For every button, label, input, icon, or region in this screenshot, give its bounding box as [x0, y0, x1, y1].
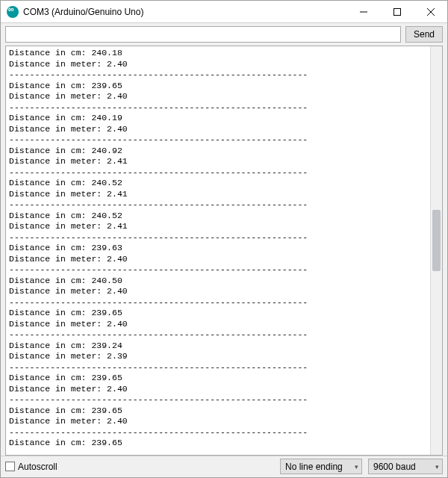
maximize-button[interactable]	[380, 1, 414, 22]
close-button[interactable]	[414, 1, 447, 22]
baud-rate-value: 9600 baud	[373, 462, 416, 472]
console-area: Distance in cm: 240.18 Distance in meter…	[5, 46, 443, 456]
minimize-button[interactable]	[346, 1, 380, 22]
autoscroll-checkbox[interactable]	[5, 462, 15, 471]
maximize-icon	[393, 8, 401, 16]
baud-rate-select[interactable]: 9600 baud ▾	[368, 459, 443, 474]
line-ending-value: No line ending	[285, 462, 343, 472]
autoscroll-label: Autoscroll	[18, 462, 57, 472]
autoscroll-control[interactable]: Autoscroll	[5, 462, 274, 472]
titlebar[interactable]: COM3 (Arduino/Genuino Uno)	[1, 1, 447, 23]
window-controls	[346, 1, 447, 22]
console-output[interactable]: Distance in cm: 240.18 Distance in meter…	[6, 46, 430, 455]
send-row: Send	[1, 23, 447, 46]
chevron-down-icon: ▾	[355, 463, 358, 471]
window-title: COM3 (Arduino/Genuino Uno)	[23, 7, 346, 17]
vertical-scrollbar[interactable]	[430, 46, 442, 455]
close-icon	[427, 8, 435, 16]
svg-rect-1	[393, 8, 400, 15]
serial-monitor-window: COM3 (Arduino/Genuino Uno) Send Distance…	[0, 0, 448, 478]
send-button-label: Send	[414, 29, 435, 40]
minimize-icon	[360, 8, 367, 16]
line-ending-select[interactable]: No line ending ▾	[280, 459, 362, 474]
scrollbar-thumb[interactable]	[432, 210, 441, 271]
serial-input[interactable]	[5, 26, 401, 43]
footer-row: Autoscroll No line ending ▾ 9600 baud ▾	[1, 456, 447, 477]
arduino-icon	[7, 6, 19, 18]
send-button[interactable]: Send	[405, 26, 443, 43]
chevron-down-icon: ▾	[435, 463, 439, 471]
